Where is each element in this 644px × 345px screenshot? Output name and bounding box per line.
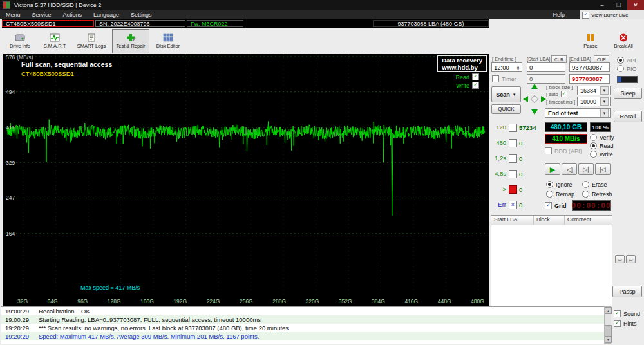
x-axis-labels: 32G64G 96G128G 160G192G 224G256G 288G320… — [17, 298, 484, 304]
capacity-display: 480,10 GB — [545, 122, 587, 132]
legend-read[interactable]: Read ✓ — [455, 73, 479, 80]
menu-service[interactable]: Service — [26, 10, 57, 19]
column-start-lba: Start LBA — [491, 216, 534, 225]
timer-checkbox[interactable]: ✓ Timer — [492, 75, 516, 82]
reverse-button[interactable]: ◁ — [562, 163, 577, 175]
max-speed-note: Max speed = 417 MB/s — [80, 284, 140, 291]
view-buffer-live-toggle[interactable]: ✓ View Buffer Live — [580, 10, 644, 19]
legend-write[interactable]: Write ✓ — [456, 82, 479, 89]
reverse-icon: ◁ — [567, 165, 572, 174]
block-size-dropdown[interactable]: 16384 ▼ — [577, 86, 611, 95]
counter-label-err: Err — [491, 201, 506, 208]
break-all-icon — [619, 33, 628, 42]
pause-button[interactable]: Pause — [576, 29, 605, 53]
scrollbar-thumb[interactable] — [605, 325, 612, 337]
refresh-radio-icon — [582, 191, 589, 198]
spinner-arrows-icon[interactable]: ▲▼ — [516, 65, 520, 70]
auto-checkbox[interactable]: [ auto ✓ — [546, 91, 567, 97]
toolbar: Drive Info S.M.A.R.T SMART Logs Test & R… — [0, 28, 644, 53]
y-axis-label: 494 — [6, 89, 15, 95]
counter-value-4-8s: 0 — [519, 171, 522, 178]
read-radio[interactable]: Read — [590, 142, 614, 149]
menu-menu[interactable]: Menu — [0, 10, 26, 19]
y-axis-label: 576(MB/s) — [6, 54, 33, 61]
passp-button[interactable]: Passp — [612, 286, 642, 297]
pio-radio[interactable]: PIO — [617, 65, 637, 72]
ignore-radio[interactable]: Ignore — [546, 181, 573, 188]
read-checkbox-icon: ✓ — [472, 73, 479, 80]
direction-pad[interactable] — [522, 82, 547, 116]
end-time-spinner[interactable]: 12:00 ▲▼ — [491, 62, 522, 72]
write-radio[interactable]: Write — [590, 151, 613, 158]
scan-dropdown-icon[interactable]: ▼ — [513, 93, 516, 97]
end-lba-label: [End LBA] — [569, 56, 591, 62]
timer-checkbox-icon: ✓ — [492, 75, 499, 82]
ddd-api-checkbox[interactable]: ✓ DDD (API) — [545, 147, 582, 154]
minimize-button[interactable]: – — [594, 0, 611, 10]
sleep-button[interactable]: Sleep — [614, 88, 642, 99]
remap-radio[interactable]: Remap — [546, 191, 574, 198]
defect-table[interactable]: Start LBA Block Comment — [491, 215, 612, 306]
test-repair-button[interactable]: Test & Repair — [112, 29, 149, 53]
menu-actions[interactable]: Actions — [57, 10, 88, 19]
scan-graph-panel[interactable]: 576(MB/s) 494 411 329 247 164 Full scan,… — [3, 54, 489, 306]
disk-editor-button[interactable]: Disk Editor — [152, 29, 184, 53]
erase-radio[interactable]: Erase — [582, 181, 607, 188]
timeout-label: [ timeout,ms ] — [546, 99, 575, 105]
start-lba-input[interactable]: 0 — [527, 62, 565, 72]
speed-display: 410 MB/s — [545, 134, 587, 144]
hints-checkbox-icon: ✓ — [614, 320, 621, 327]
counter-box-120 — [509, 124, 517, 132]
scroll-down-icon[interactable]: ▼ — [605, 336, 612, 343]
dropdown-arrow-icon: ▼ — [600, 86, 609, 95]
counter-label-1-2s: 1,2s — [491, 154, 506, 162]
menu-language[interactable]: Language — [88, 10, 125, 19]
grid-checkbox[interactable]: ✓ Grid — [545, 202, 567, 209]
smart-logs-button[interactable]: SMART Logs — [73, 29, 109, 53]
api-radio[interactable]: API — [617, 57, 636, 64]
step-back-button[interactable]: |◁ — [595, 163, 611, 175]
menu-settings[interactable]: Settings — [125, 10, 158, 19]
scan-button[interactable]: Scan ▼ — [491, 86, 521, 102]
verify-radio[interactable]: Verify — [590, 134, 614, 141]
y-axis-label: 164 — [6, 230, 15, 237]
percent-display: 100 % — [590, 122, 611, 132]
close-button[interactable]: ✕ — [627, 0, 644, 10]
small-window-button-2[interactable]: ▭ — [626, 255, 636, 263]
recall-button[interactable]: Recall — [614, 111, 642, 122]
timeout-dropdown[interactable]: 10000 ▼ — [577, 97, 611, 106]
smart-logs-icon — [86, 33, 97, 42]
read-radio-icon — [590, 142, 597, 149]
sound-checkbox[interactable]: ✓ Sound — [614, 310, 640, 317]
log-row: 19:20:29 *** Scan results: no warnings, … — [1, 324, 604, 332]
disk-editor-icon — [163, 33, 173, 42]
device-capacity: 937703088 LBA (480 GB) — [373, 20, 489, 27]
app-icon — [3, 1, 10, 9]
scroll-up-icon[interactable]: ▲ — [605, 307, 612, 314]
graph-title: Full scan, sequential access — [21, 61, 112, 68]
end-of-test-dropdown[interactable]: End of test ▼ — [545, 108, 611, 118]
maximize-button[interactable]: ❐ — [611, 0, 627, 10]
quick-button[interactable]: QUICK — [491, 104, 521, 114]
end-time-label: [ End time ] — [492, 56, 516, 62]
refresh-radio[interactable]: Refresh — [582, 191, 612, 198]
auto-checkbox-icon: ✓ — [561, 91, 567, 97]
counter-label-480: 480 — [491, 139, 506, 146]
smart-button[interactable]: S.M.A.R.T — [39, 29, 71, 53]
menu-help[interactable]: Help — [547, 10, 571, 19]
hints-checkbox[interactable]: ✓ Hints — [614, 320, 637, 327]
log-scrollbar[interactable]: ▲ ▼ — [604, 306, 611, 344]
watermark: Data recovery www.hdd.by — [437, 55, 487, 72]
break-all-button[interactable]: Break All — [608, 29, 639, 53]
small-window-button-1[interactable]: ▭ — [615, 255, 625, 263]
graph-model-label: CT480BX500SSD1 — [21, 70, 74, 77]
device-serial: SN: 2022E4008796 — [95, 20, 185, 27]
title-bar: Victoria 5.37 HDD/SSD | Device 2 – ❐ ✕ — [0, 0, 644, 10]
counter-box-gt — [509, 185, 517, 194]
play-button[interactable]: ▶ — [545, 163, 560, 175]
step-forward-button[interactable]: ▷| — [578, 163, 594, 175]
end-lba-input[interactable]: 937703087 — [569, 62, 610, 72]
log-row: 19:00:29 Recalibration... OK — [1, 307, 604, 315]
drive-info-button[interactable]: Drive Info — [4, 29, 36, 53]
write-checkbox-icon: ✓ — [472, 82, 479, 89]
